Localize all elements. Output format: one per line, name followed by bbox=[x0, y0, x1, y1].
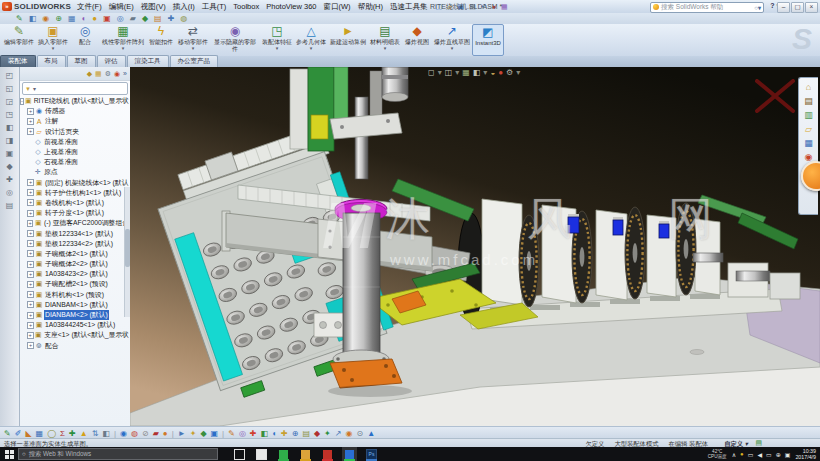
sketch-tool-icon[interactable]: ◎ bbox=[239, 429, 246, 438]
window-control-button[interactable]: ▢ bbox=[791, 2, 804, 13]
view-toolbar-icon[interactable]: ◧ bbox=[6, 123, 14, 132]
expand-toggle-icon[interactable]: + bbox=[27, 301, 34, 308]
view-tool-icon[interactable]: ▾ bbox=[516, 68, 520, 77]
tray-icon[interactable]: ◀ bbox=[757, 451, 762, 458]
view-toolbar-icon[interactable]: ◎ bbox=[6, 188, 13, 197]
command-tab[interactable]: 布局 bbox=[37, 55, 66, 67]
expand-toggle-icon[interactable]: + bbox=[27, 281, 34, 288]
expand-toggle-icon[interactable]: + bbox=[27, 128, 34, 135]
expand-toggle-icon[interactable]: + bbox=[27, 199, 34, 206]
tree-item[interactable]: + ▱ 设计活页夹 bbox=[20, 127, 130, 137]
sketch-tool-icon[interactable]: ► bbox=[178, 429, 186, 438]
command-button[interactable]: ϟ 智能扣件 bbox=[146, 24, 176, 56]
taskbar-search-box[interactable]: ○ 搜索 Web 和 Windows bbox=[18, 448, 218, 460]
graphics-viewport[interactable]: ◻▾◫▾▦◧▾◒●⚙▾ M 沐 风 网 www.mfcad.com ⌂▤▥▱▦◉… bbox=[130, 67, 820, 426]
toolbar-icon[interactable]: ◧ bbox=[29, 14, 37, 23]
menu-item[interactable]: 帮助(H) bbox=[358, 2, 383, 12]
tree-item[interactable]: + ▣ 垫板122334<1> (默认) bbox=[20, 228, 130, 238]
command-button[interactable]: ⇄ 移动零部件 ▾ bbox=[176, 24, 210, 56]
command-button[interactable]: ◳ 装配体特征 ▾ bbox=[260, 24, 294, 56]
sketch-tool-icon[interactable]: ▣ bbox=[211, 429, 219, 438]
tree-item[interactable]: + ▣ (-) 亚德客AFC2000调整组合 bbox=[20, 218, 130, 228]
command-button[interactable]: ▤ 材料明细表 ▾ bbox=[368, 24, 402, 56]
command-button[interactable]: ► 新建运动算例 bbox=[328, 24, 368, 56]
command-button[interactable]: △ 参考几何体 ▾ bbox=[294, 24, 328, 56]
panel-tab-icon[interactable]: ⚙ bbox=[105, 70, 111, 78]
tree-item[interactable]: + ▣ 子碗配槽2<1> (预设) bbox=[20, 279, 130, 289]
menu-item[interactable]: 编辑(E) bbox=[109, 2, 134, 12]
sketch-tool-icon[interactable]: ▲ bbox=[367, 429, 375, 438]
sketch-tool-icon[interactable]: ✚ bbox=[281, 429, 288, 438]
view-toolbar-icon[interactable]: ▣ bbox=[6, 149, 14, 158]
tree-item[interactable]: - ▣ RITE绕线机 (默认<默认_显示状 bbox=[20, 96, 130, 106]
toolbar-icon[interactable]: ✚ bbox=[168, 14, 175, 23]
sketch-tool-icon[interactable]: ↗ bbox=[335, 429, 342, 438]
menu-item[interactable]: PhotoView 360 bbox=[266, 2, 316, 12]
start-button[interactable] bbox=[0, 447, 18, 461]
expand-toggle-icon[interactable]: + bbox=[27, 332, 34, 339]
view-toolbar-icon[interactable]: ◱ bbox=[6, 84, 14, 93]
tree-item[interactable]: + A 注解 bbox=[20, 116, 130, 126]
task-pane-icon[interactable]: ⌂ bbox=[806, 82, 811, 92]
sketch-tool-icon[interactable]: ✎ bbox=[4, 429, 11, 438]
expand-toggle-icon[interactable]: + bbox=[27, 220, 34, 227]
tree-item[interactable]: + ▣ DIANBAM<2> (默认) bbox=[20, 310, 130, 320]
sketch-tool-icon[interactable]: ◧ bbox=[102, 429, 110, 438]
sketch-tool-icon[interactable]: ▤ bbox=[302, 429, 310, 438]
menu-item[interactable]: 窗口(W) bbox=[324, 2, 351, 12]
task-pane-icon[interactable]: ▱ bbox=[805, 124, 812, 134]
tree-item[interactable]: + ▣ (固定) 机架绕线体<1> (默认 bbox=[20, 178, 130, 188]
sketch-tool-icon[interactable]: ◧ bbox=[261, 429, 269, 438]
view-toolbar-icon[interactable]: ◨ bbox=[6, 136, 14, 145]
tray-icon[interactable]: ∧ bbox=[732, 451, 736, 458]
view-tool-icon[interactable]: ⚙ bbox=[506, 68, 513, 77]
sketch-tool-icon[interactable]: ◍ bbox=[131, 429, 138, 438]
sketch-tool-icon[interactable]: | bbox=[222, 429, 224, 438]
expand-toggle-icon[interactable]: + bbox=[27, 118, 34, 125]
sketch-tool-icon[interactable]: ● bbox=[163, 429, 168, 438]
panel-tab-icon[interactable]: ▦ bbox=[95, 70, 102, 78]
sketch-tool-icon[interactable]: ✚ bbox=[69, 429, 76, 438]
command-button[interactable]: ▣ 插入零部件 ▾ bbox=[36, 24, 70, 56]
sketch-tool-icon[interactable]: ▲ bbox=[80, 429, 88, 438]
expand-toggle-icon[interactable]: + bbox=[27, 261, 34, 268]
command-tab[interactable]: 草图 bbox=[67, 55, 96, 67]
tree-item[interactable]: + ▣ 转子护住机构1<1> (默认) bbox=[20, 188, 130, 198]
view-toolbar-icon[interactable]: ◳ bbox=[6, 110, 14, 119]
taskbar-app-button[interactable] bbox=[254, 447, 269, 461]
tree-item[interactable]: ◇ 上视基准面 bbox=[20, 147, 130, 157]
sketch-tool-icon[interactable]: ✎ bbox=[228, 429, 235, 438]
menu-item[interactable]: 文件(F) bbox=[77, 2, 102, 12]
tree-filter-box[interactable]: ▼ ▾ bbox=[22, 82, 128, 95]
menu-item[interactable]: 视图(V) bbox=[141, 2, 166, 12]
tree-item[interactable]: + ▣ 子碗概体2<2> (默认) bbox=[20, 259, 130, 269]
sketch-tool-icon[interactable]: ✦ bbox=[190, 429, 197, 438]
sketch-tool-icon[interactable]: ⊙ bbox=[356, 429, 363, 438]
command-button[interactable]: ✎ 编辑零部件 bbox=[2, 24, 36, 56]
tree-item[interactable]: + ▣ 1A03844245<1> (默认) bbox=[20, 320, 130, 330]
taskbar-app-button[interactable] bbox=[320, 447, 335, 461]
command-tab[interactable]: 评估 bbox=[97, 55, 126, 67]
task-pane-icon[interactable]: ▦ bbox=[804, 138, 813, 148]
menu-item[interactable]: Toolbox bbox=[233, 2, 259, 12]
sketch-tool-icon[interactable]: | bbox=[172, 429, 174, 438]
taskbar-app-button[interactable] bbox=[298, 447, 313, 461]
sketch-tool-icon[interactable]: | bbox=[114, 429, 116, 438]
toolbar-icon[interactable]: ● bbox=[92, 14, 97, 23]
expand-toggle-icon[interactable]: + bbox=[27, 322, 34, 329]
sketch-tool-icon[interactable]: Σ bbox=[60, 429, 65, 438]
expand-toggle-icon[interactable]: + bbox=[27, 108, 34, 115]
sketch-tool-icon[interactable]: ⊕ bbox=[292, 429, 299, 438]
sketch-tool-icon[interactable]: ✚ bbox=[250, 429, 257, 438]
view-tool-icon[interactable]: ▦ bbox=[462, 68, 470, 77]
taskbar-app-button[interactable] bbox=[232, 447, 247, 461]
command-tab[interactable]: 装配体 bbox=[0, 55, 36, 67]
view-tool-icon[interactable]: ◫ bbox=[445, 68, 453, 77]
menu-item[interactable]: 迅速工具集 bbox=[390, 2, 428, 12]
sketch-tool-icon[interactable]: ◆ bbox=[200, 429, 206, 438]
tree-item[interactable]: ✛ 原点 bbox=[20, 167, 130, 177]
toolbar-icon[interactable]: ◉ bbox=[42, 14, 49, 23]
sketch-tool-icon[interactable]: ▦ bbox=[36, 429, 44, 438]
expand-toggle-icon[interactable]: + bbox=[27, 240, 34, 247]
view-toolbar-icon[interactable]: ◰ bbox=[6, 71, 14, 80]
